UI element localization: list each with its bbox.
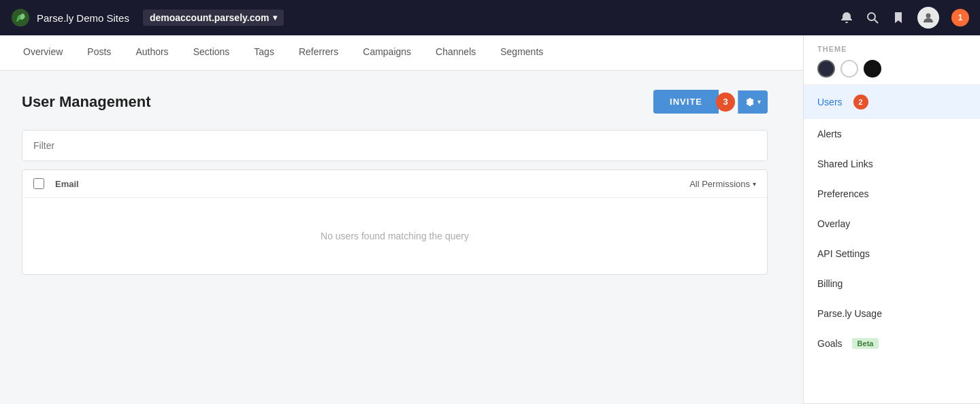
bookmarks-icon[interactable]: [892, 11, 905, 24]
gear-icon: [745, 97, 755, 107]
user-count-badge[interactable]: 1: [951, 9, 969, 27]
theme-light-option[interactable]: [840, 60, 858, 78]
site-selector[interactable]: demoaccount.parsely.com ▾: [143, 10, 284, 26]
page-title: User Management: [22, 93, 151, 111]
dropdown-item-preferences[interactable]: Preferences: [804, 179, 980, 209]
dropdown-item-shared-links[interactable]: Shared Links: [804, 149, 980, 179]
theme-section: THEME: [804, 35, 980, 85]
subnav-item-posts[interactable]: Posts: [75, 35, 123, 70]
filter-container: [22, 130, 768, 161]
parsely-logo-icon: [11, 8, 30, 27]
top-navbar: Parse.ly Demo Sites demoaccount.parsely.…: [0, 0, 980, 35]
dropdown-item-api-settings[interactable]: API Settings: [804, 239, 980, 269]
dropdown-item-alerts[interactable]: Alerts: [804, 119, 980, 149]
subnav-item-tags[interactable]: Tags: [242, 35, 287, 70]
theme-label: THEME: [817, 45, 966, 53]
overlay-label: Overlay: [817, 218, 850, 229]
theme-black-option[interactable]: [864, 60, 881, 78]
invite-count-badge: 3: [716, 92, 735, 112]
table-header: Email All Permissions ▾: [22, 170, 767, 198]
theme-options: [817, 60, 966, 78]
theme-dark-option[interactable]: [817, 60, 835, 78]
billing-label: Billing: [817, 278, 843, 289]
permissions-dropdown-arrow: ▾: [753, 180, 756, 188]
api-settings-label: API Settings: [817, 248, 870, 259]
svg-point-3: [926, 14, 931, 18]
subnav-item-authors[interactable]: Authors: [123, 35, 180, 70]
preferences-label: Preferences: [817, 188, 868, 199]
site-selector-arrow-icon: ▾: [273, 13, 277, 22]
alerts-label: Alerts: [817, 129, 842, 139]
main-content: User Management INVITE 3 ▾ Email All Per…: [0, 71, 789, 294]
select-all-checkbox[interactable]: [33, 178, 44, 189]
subnav-item-overview[interactable]: Overview: [11, 35, 75, 70]
svg-point-1: [868, 13, 875, 20]
notifications-icon[interactable]: [840, 11, 853, 24]
users-count-badge: 2: [853, 95, 868, 110]
permissions-filter[interactable]: All Permissions ▾: [689, 179, 756, 189]
user-table: Email All Permissions ▾ No users found m…: [22, 169, 768, 275]
page-header: User Management INVITE 3 ▾: [22, 90, 768, 114]
brand-name: Parse.ly Demo Sites: [37, 12, 129, 24]
subnav-item-segments[interactable]: Segments: [488, 35, 555, 70]
settings-button[interactable]: ▾: [738, 90, 768, 114]
navbar-icons: 1: [840, 7, 969, 29]
empty-state-message: No users found matching the query: [22, 198, 767, 274]
email-column-header: Email: [55, 179, 689, 189]
users-label: Users: [817, 97, 843, 107]
header-actions: INVITE 3 ▾: [653, 90, 768, 114]
user-dropdown-menu: THEME Users 2 Alerts Shared Links Prefer…: [803, 35, 980, 294]
site-url: demoaccount.parsely.com: [150, 12, 270, 23]
brand[interactable]: Parse.ly Demo Sites: [11, 8, 129, 27]
dropdown-item-billing[interactable]: Billing: [804, 269, 980, 294]
permissions-label: All Permissions: [689, 179, 750, 189]
settings-dropdown-arrow: ▾: [757, 98, 761, 105]
svg-line-2: [875, 20, 878, 23]
filter-input[interactable]: [22, 131, 767, 161]
dropdown-item-users[interactable]: Users 2: [804, 85, 980, 119]
shared-links-label: Shared Links: [817, 158, 873, 169]
subnav-item-referrers[interactable]: Referrers: [287, 35, 350, 70]
subnav-item-sections[interactable]: Sections: [181, 35, 242, 70]
dropdown-item-overlay[interactable]: Overlay: [804, 209, 980, 239]
subnav-item-channels[interactable]: Channels: [423, 35, 488, 70]
invite-button[interactable]: INVITE: [653, 90, 719, 114]
subnav-item-campaigns[interactable]: Campaigns: [350, 35, 423, 70]
user-avatar[interactable]: [917, 7, 939, 29]
search-icon[interactable]: [866, 11, 879, 24]
